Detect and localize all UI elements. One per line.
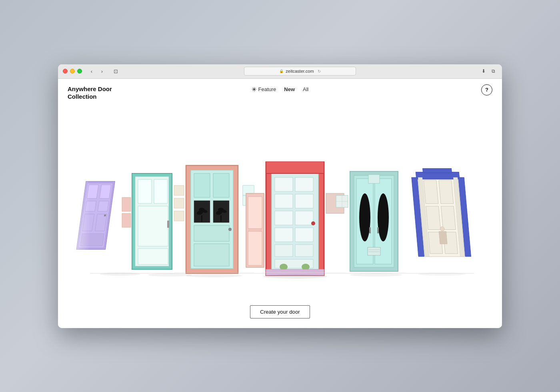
svg-rect-23 bbox=[213, 173, 229, 197]
svg-point-100 bbox=[263, 275, 327, 279]
svg-rect-65 bbox=[248, 231, 262, 265]
svg-rect-19 bbox=[122, 213, 131, 227]
page-header: Anywhere Door Collection ✳ Feature New A… bbox=[58, 79, 502, 101]
svg-rect-4 bbox=[100, 185, 111, 198]
svg-rect-6 bbox=[98, 201, 108, 211]
svg-rect-30 bbox=[220, 215, 222, 222]
svg-rect-16 bbox=[138, 249, 168, 265]
svg-rect-62 bbox=[266, 269, 324, 275]
svg-rect-75 bbox=[377, 227, 379, 233]
svg-point-29 bbox=[199, 208, 204, 211]
svg-rect-47 bbox=[295, 177, 313, 191]
traffic-light-yellow[interactable] bbox=[70, 69, 75, 74]
traffic-lights bbox=[63, 69, 82, 74]
reload-icon[interactable]: ↻ bbox=[318, 69, 321, 74]
svg-point-102 bbox=[418, 273, 466, 276]
browser-window: ‹ › ⊡ 🔒 zeitcaster.com ↻ ⬇ ⧉ Anywhere Do… bbox=[58, 64, 502, 328]
page-content: Anywhere Door Collection ✳ Feature New A… bbox=[58, 79, 502, 328]
svg-rect-14 bbox=[154, 179, 168, 203]
back-button[interactable]: ‹ bbox=[87, 67, 96, 75]
svg-rect-26 bbox=[201, 215, 202, 222]
svg-rect-48 bbox=[275, 194, 293, 208]
svg-rect-22 bbox=[194, 173, 210, 197]
svg-rect-3 bbox=[87, 185, 99, 198]
svg-rect-52 bbox=[275, 228, 293, 242]
create-door-button[interactable]: Create your door bbox=[250, 305, 310, 318]
feature-icon: ✳ bbox=[252, 86, 257, 93]
svg-rect-15 bbox=[138, 206, 168, 246]
nav-all[interactable]: All bbox=[303, 86, 308, 92]
feature-label: Feature bbox=[258, 86, 276, 92]
url-input[interactable]: 🔒 zeitcaster.com ↻ bbox=[244, 67, 356, 76]
site-title: Anywhere Door Collection bbox=[68, 85, 112, 101]
svg-rect-87 bbox=[424, 180, 438, 204]
nav-feature[interactable]: ✳ Feature bbox=[252, 86, 276, 93]
svg-rect-5 bbox=[85, 201, 96, 211]
svg-point-97 bbox=[100, 273, 140, 276]
svg-rect-35 bbox=[194, 244, 229, 266]
svg-rect-18 bbox=[122, 197, 131, 211]
svg-rect-50 bbox=[275, 211, 293, 225]
nav-buttons: ‹ › bbox=[87, 67, 107, 75]
svg-rect-55 bbox=[295, 245, 313, 257]
svg-rect-9 bbox=[80, 233, 104, 246]
help-button[interactable]: ? bbox=[481, 84, 492, 96]
page-footer: Create your door bbox=[58, 305, 502, 328]
svg-rect-38 bbox=[174, 198, 184, 208]
svg-point-99 bbox=[186, 274, 242, 277]
svg-rect-53 bbox=[295, 228, 313, 242]
svg-rect-74 bbox=[369, 227, 371, 233]
svg-rect-45 bbox=[266, 161, 324, 173]
url-text: zeitcaster.com bbox=[286, 69, 314, 74]
browser-right-icons: ⬇ ⧉ bbox=[480, 67, 497, 75]
download-icon[interactable]: ⬇ bbox=[480, 67, 488, 75]
nav-links: ✳ Feature New All bbox=[252, 86, 309, 93]
svg-rect-49 bbox=[295, 194, 313, 208]
browser-chrome: ‹ › ⊡ 🔒 zeitcaster.com ↻ ⬇ ⧉ bbox=[58, 64, 502, 79]
svg-rect-93 bbox=[439, 231, 447, 244]
gallery-area bbox=[58, 101, 502, 305]
svg-point-101 bbox=[350, 273, 402, 277]
svg-rect-54 bbox=[275, 245, 293, 257]
svg-point-57 bbox=[311, 221, 315, 225]
doors-svg bbox=[58, 161, 502, 285]
svg-rect-51 bbox=[295, 211, 313, 225]
svg-point-36 bbox=[228, 228, 232, 231]
svg-rect-13 bbox=[138, 179, 152, 203]
svg-rect-89 bbox=[426, 206, 441, 230]
svg-point-33 bbox=[218, 208, 224, 211]
svg-point-71 bbox=[359, 193, 370, 241]
nav-new[interactable]: New bbox=[284, 86, 295, 92]
window-button[interactable]: ⊡ bbox=[111, 67, 120, 75]
svg-point-98 bbox=[148, 273, 192, 277]
svg-rect-64 bbox=[248, 197, 262, 229]
svg-point-72 bbox=[378, 193, 389, 241]
svg-rect-76 bbox=[368, 247, 380, 255]
traffic-light-green[interactable] bbox=[77, 69, 82, 74]
svg-rect-37 bbox=[174, 185, 184, 195]
address-bar: 🔒 zeitcaster.com ↻ bbox=[156, 67, 444, 76]
svg-rect-46 bbox=[275, 177, 293, 191]
lock-icon: 🔒 bbox=[279, 69, 284, 73]
svg-rect-34 bbox=[194, 225, 229, 241]
forward-button[interactable]: › bbox=[97, 67, 107, 75]
svg-rect-73 bbox=[368, 175, 380, 183]
traffic-light-red[interactable] bbox=[63, 69, 68, 74]
svg-rect-39 bbox=[174, 211, 184, 221]
svg-rect-88 bbox=[439, 180, 454, 204]
svg-rect-90 bbox=[441, 206, 456, 230]
pip-icon[interactable]: ⧉ bbox=[489, 67, 497, 75]
svg-rect-17 bbox=[167, 221, 169, 228]
svg-rect-84 bbox=[423, 168, 452, 173]
